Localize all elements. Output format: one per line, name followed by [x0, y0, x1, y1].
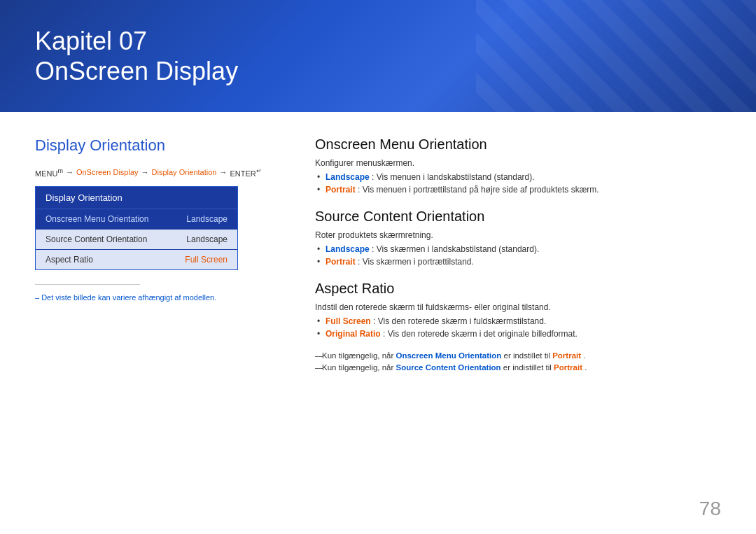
bullet-list-2: Full Screen : Vis den roterede skærm i f… — [315, 316, 721, 339]
section-source-content-orientation: Source Content Orientation Roter produkt… — [315, 209, 721, 267]
arrow2: → — [141, 168, 149, 176]
nav-item-value-0: Landscape — [186, 214, 227, 224]
menu-label: MENUm — [35, 167, 63, 178]
nav-item-2[interactable]: Aspect Ratio Full Screen — [36, 250, 237, 269]
bullet-item-0-1: Portrait : Vis menuen i portrættilstand … — [326, 185, 721, 195]
nav-item-0[interactable]: Onscreen Menu Orientation Landscape — [36, 209, 237, 230]
section-body-1: Roter produktets skærmretning. — [315, 230, 721, 240]
bullet-text-2-0: : Vis den roterede skærm i fuldskærmstil… — [373, 316, 546, 326]
note-0: Kun tilgængelig, når Onscreen Menu Orien… — [315, 351, 721, 360]
bullet-prefix-0-1: Portrait — [326, 185, 356, 195]
section-body-0: Konfigurer menuskærmen. — [315, 158, 721, 168]
divider-line — [35, 284, 140, 285]
menu-path: MENUm → OnScreen Display → Display Orien… — [35, 167, 273, 178]
bullet-item-2-1: Original Ratio : Vis den roterede skærm … — [326, 329, 721, 339]
bullet-prefix-1-1: Portrait — [326, 257, 356, 267]
bullet-text-1-1: : Vis skærmen i portrættilstand. — [358, 257, 474, 267]
decorative-diamonds — [476, 7, 721, 105]
right-column: Onscreen Menu Orientation Konfigurer men… — [315, 136, 721, 386]
bullet-item-0-0: Landscape : Vis menuen i landskabstilsta… — [326, 172, 721, 182]
note-link2-1: Portrait — [554, 363, 582, 372]
section-onscreen-menu-orientation: Onscreen Menu Orientation Konfigurer men… — [315, 136, 721, 195]
nav-item-value-1: Landscape — [186, 234, 227, 244]
note-link-0: Onscreen Menu Orientation — [396, 351, 501, 360]
note-text-middle-1: er indistillet til — [503, 363, 554, 372]
page-number: 78 — [699, 498, 721, 520]
note-text-middle-0: er indstillet til — [504, 351, 553, 360]
note-link-1: Source Content Orientation — [396, 363, 500, 372]
nav-item-label-0: Onscreen Menu Orientation — [46, 214, 148, 224]
footnote: – Det viste billede kan variere afhængig… — [35, 293, 273, 302]
left-column: Display Orientation MENUm → OnScreen Dis… — [35, 136, 273, 386]
nav-item-1[interactable]: Source Content Orientation Landscape — [36, 230, 237, 250]
bullet-text-2-1: : Vis den roterede skærm i det originale… — [383, 329, 578, 339]
nav-item-value-2: Full Screen — [185, 255, 227, 265]
nav-item-label-1: Source Content Orientation — [46, 234, 147, 244]
bullet-item-1-1: Portrait : Vis skærmen i portrættilstand… — [326, 257, 721, 267]
bullet-text-1-0: : Vis skærmen i landskabstilstand (stand… — [372, 244, 539, 254]
note-text-after-0: . — [583, 351, 585, 360]
note-link2-0: Portrait — [552, 351, 581, 360]
main-content: Display Orientation MENUm → OnScreen Dis… — [0, 112, 756, 407]
nav-menu-box: Display Orientation Onscreen Menu Orient… — [35, 186, 238, 270]
section-heading-2: Aspect Ratio — [315, 281, 721, 297]
note-1: Kun tilgængelig, når Source Content Orie… — [315, 363, 721, 372]
nav-menu-header: Display Orientation — [36, 187, 237, 209]
bullet-list-0: Landscape : Vis menuen i landskabstilsta… — [315, 172, 721, 195]
arrow1: → — [66, 168, 74, 176]
section-heading-1: Source Content Orientation — [315, 209, 721, 225]
bullet-prefix-0-0: Landscape — [326, 172, 370, 182]
nav-item-label-2: Aspect Ratio — [46, 255, 93, 265]
menu-path-link1[interactable]: OnScreen Display — [76, 168, 139, 176]
bullet-text-0-0: : Vis menuen i landskabstilstand (standa… — [372, 172, 535, 182]
bullet-item-2-0: Full Screen : Vis den roterede skærm i f… — [326, 316, 721, 326]
left-section-title: Display Orientation — [35, 136, 273, 155]
section-body-2: Indstil den roterede skærm til fuldskærm… — [315, 302, 721, 312]
section-heading-0: Onscreen Menu Orientation — [315, 136, 721, 153]
note-text-before-0: Kun tilgængelig, når — [322, 351, 396, 360]
bullet-prefix-1-0: Landscape — [326, 244, 370, 254]
note-text-after-1: . — [584, 363, 587, 372]
menu-path-enter: ENTER↵ — [230, 167, 261, 178]
bullet-list-1: Landscape : Vis skærmen i landskabstilst… — [315, 244, 721, 267]
bullet-prefix-2-0: Full Screen — [326, 316, 371, 326]
bullet-prefix-2-1: Original Ratio — [326, 329, 381, 339]
arrow3: → — [219, 168, 227, 176]
bullet-item-1-0: Landscape : Vis skærmen i landskabstilst… — [326, 244, 721, 254]
header-banner: Kapitel 07 OnScreen Display — [0, 0, 756, 112]
section-aspect-ratio: Aspect Ratio Indstil den roterede skærm … — [315, 281, 721, 372]
note-text-before-1: Kun tilgængelig, når — [322, 363, 396, 372]
bullet-text-0-1: : Vis menuen i portrættilstand på højre … — [358, 185, 599, 195]
menu-path-link2[interactable]: Display Orientation — [152, 168, 217, 176]
